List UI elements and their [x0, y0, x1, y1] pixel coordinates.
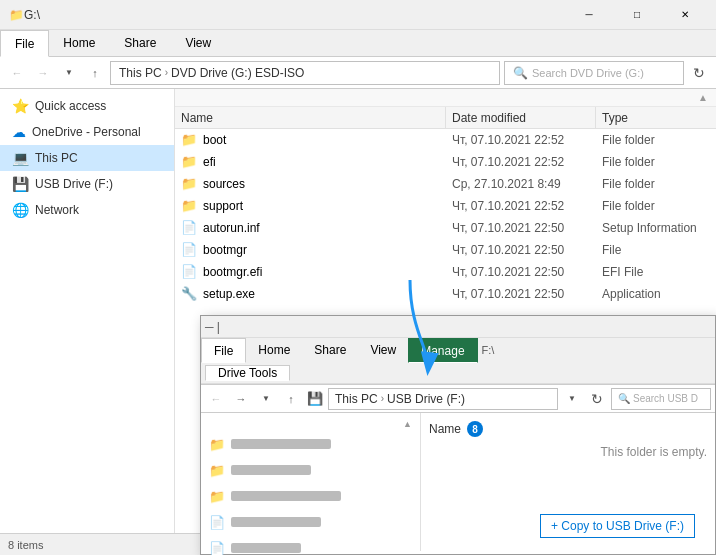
- second-forward-button[interactable]: →: [230, 388, 252, 410]
- second-dropdown-button[interactable]: ▼: [561, 388, 583, 410]
- file-icon: 📄: [181, 264, 197, 279]
- sidebar-item-label: Quick access: [35, 99, 106, 113]
- blurred-filename: [231, 491, 341, 501]
- list-item[interactable]: 📄: [201, 509, 420, 535]
- onedrive-icon: ☁: [12, 124, 26, 140]
- second-path-this-pc: This PC: [335, 392, 378, 406]
- second-tab-file[interactable]: File: [201, 338, 246, 363]
- f-label: F:\: [478, 338, 499, 362]
- folder-icon: 📁: [181, 198, 197, 213]
- copy-to-usb-button[interactable]: + Copy to USB Drive (F:): [540, 514, 695, 538]
- table-row[interactable]: 📁sources Ср, 27.10.2021 8:49 File folder: [175, 173, 716, 195]
- tab-view[interactable]: View: [171, 30, 226, 56]
- second-window-icon: ─ |: [205, 320, 220, 334]
- sidebar: ⭐ Quick access ☁ OneDrive - Personal 💻 T…: [0, 89, 175, 534]
- this-pc-icon: 💻: [12, 150, 29, 166]
- folder-icon: 📁: [209, 489, 225, 504]
- second-refresh-button[interactable]: ↻: [586, 388, 608, 410]
- list-item[interactable]: 📁: [201, 457, 420, 483]
- folder-icon: 📁: [209, 463, 225, 478]
- sidebar-item-label: Network: [35, 203, 79, 217]
- file-icon: 📄: [181, 242, 197, 257]
- sidebar-item-quick-access[interactable]: ⭐ Quick access: [0, 93, 174, 119]
- second-search-placeholder: Search USB D: [633, 393, 698, 404]
- table-row[interactable]: 📄bootmgr Чт, 07.10.2021 22:50 File: [175, 239, 716, 261]
- ribbon-tabs: File Home Share View: [0, 30, 716, 56]
- second-window: ─ | File Home Share View Manage F:\ Driv…: [200, 315, 716, 555]
- table-row[interactable]: 📁boot Чт, 07.10.2021 22:52 File folder: [175, 129, 716, 151]
- second-search-icon: 🔍: [618, 393, 630, 404]
- list-item[interactable]: 📄: [201, 535, 420, 555]
- close-button[interactable]: ✕: [662, 0, 708, 30]
- second-window-icon-small: 💾: [307, 391, 323, 406]
- maximize-button[interactable]: □: [614, 0, 660, 30]
- tab-share[interactable]: Share: [110, 30, 171, 56]
- ribbon: File Home Share View: [0, 30, 716, 57]
- refresh-button[interactable]: ↻: [688, 62, 710, 84]
- sidebar-item-onedrive[interactable]: ☁ OneDrive - Personal: [0, 119, 174, 145]
- table-row[interactable]: 📁efi Чт, 07.10.2021 22:52 File folder: [175, 151, 716, 173]
- table-row[interactable]: 📄autorun.inf Чт, 07.10.2021 22:50 Setup …: [175, 217, 716, 239]
- tab-home[interactable]: Home: [49, 30, 110, 56]
- scroll-up-icon[interactable]: ▲: [698, 92, 708, 103]
- list-item[interactable]: 📁: [201, 483, 420, 509]
- quick-access-icon: ⭐: [12, 98, 29, 114]
- window-icon: 📁: [8, 7, 24, 23]
- table-row[interactable]: 📄bootmgr.efi Чт, 07.10.2021 22:50 EFI Fi…: [175, 261, 716, 283]
- sidebar-item-label: OneDrive - Personal: [32, 125, 141, 139]
- second-file-list: ▲ 📁 📁 📁 📄 📄: [201, 413, 421, 551]
- folder-icon: 📁: [181, 176, 197, 191]
- status-item-count: 8 items: [8, 539, 43, 551]
- second-recent-button[interactable]: ▼: [255, 388, 277, 410]
- sidebar-item-usb-drive[interactable]: 💾 USB Drive (F:): [0, 171, 174, 197]
- minimize-button[interactable]: ─: [566, 0, 612, 30]
- col-header-name: Name: [429, 422, 461, 436]
- folder-icon: 📁: [181, 154, 197, 169]
- table-row[interactable]: 📁support Чт, 07.10.2021 22:52 File folde…: [175, 195, 716, 217]
- second-search-box[interactable]: 🔍 Search USB D: [611, 388, 711, 410]
- recent-locations-button[interactable]: ▼: [58, 62, 80, 84]
- tab-file[interactable]: File: [0, 30, 49, 57]
- second-tab-view[interactable]: View: [358, 338, 408, 362]
- table-row[interactable]: 🔧setup.exe Чт, 07.10.2021 22:50 Applicat…: [175, 283, 716, 305]
- second-back-button[interactable]: ←: [205, 388, 227, 410]
- search-icon: 🔍: [513, 66, 528, 80]
- second-tab-drive-tools[interactable]: Drive Tools: [205, 365, 290, 381]
- path-segment-dvd: DVD Drive (G:) ESD-ISO: [171, 66, 304, 80]
- second-tab-home[interactable]: Home: [246, 338, 302, 362]
- second-up-button[interactable]: ↑: [280, 388, 302, 410]
- blurred-filename: [231, 517, 321, 527]
- list-item[interactable]: 📁: [201, 431, 420, 457]
- second-ribbon: ─ | File Home Share View Manage F:\ Driv…: [201, 316, 715, 385]
- folder-icon: 📁: [181, 132, 197, 147]
- forward-button[interactable]: →: [32, 62, 54, 84]
- column-header-type[interactable]: Type: [596, 107, 716, 128]
- second-ribbon-top: ─ |: [201, 316, 715, 338]
- folder-icon: 📁: [209, 437, 225, 452]
- column-header-name[interactable]: Name: [175, 107, 446, 128]
- column-header-date[interactable]: Date modified: [446, 107, 596, 128]
- back-button[interactable]: ←: [6, 62, 28, 84]
- title-bar-controls: ─ □ ✕: [566, 0, 708, 30]
- usb-drive-icon: 💾: [12, 176, 29, 192]
- address-path[interactable]: This PC › DVD Drive (G:) ESD-ISO: [110, 61, 500, 85]
- address-bar: ← → ▼ ↑ This PC › DVD Drive (G:) ESD-ISO…: [0, 57, 716, 89]
- sidebar-item-network[interactable]: 🌐 Network: [0, 197, 174, 223]
- blurred-filename: [231, 439, 331, 449]
- sidebar-item-this-pc[interactable]: 💻 This PC: [0, 145, 174, 171]
- second-path-usb: USB Drive (F:): [387, 392, 465, 406]
- app-icon: 🔧: [181, 286, 197, 301]
- file-icon: 📄: [209, 515, 225, 530]
- up-button[interactable]: ↑: [84, 62, 106, 84]
- second-tab-manage[interactable]: Manage: [408, 338, 477, 363]
- second-tab-share[interactable]: Share: [302, 338, 358, 362]
- network-icon: 🌐: [12, 202, 29, 218]
- search-box[interactable]: 🔍 Search DVD Drive (G:): [504, 61, 684, 85]
- second-address-path[interactable]: This PC › USB Drive (F:): [328, 388, 558, 410]
- second-scroll-up-icon[interactable]: ▲: [403, 419, 412, 429]
- title-bar-text: G:\: [24, 8, 40, 22]
- second-col-header: Name 8: [429, 421, 707, 437]
- badge-count: 8: [467, 421, 483, 437]
- blurred-filename: [231, 465, 311, 475]
- sidebar-item-label: USB Drive (F:): [35, 177, 113, 191]
